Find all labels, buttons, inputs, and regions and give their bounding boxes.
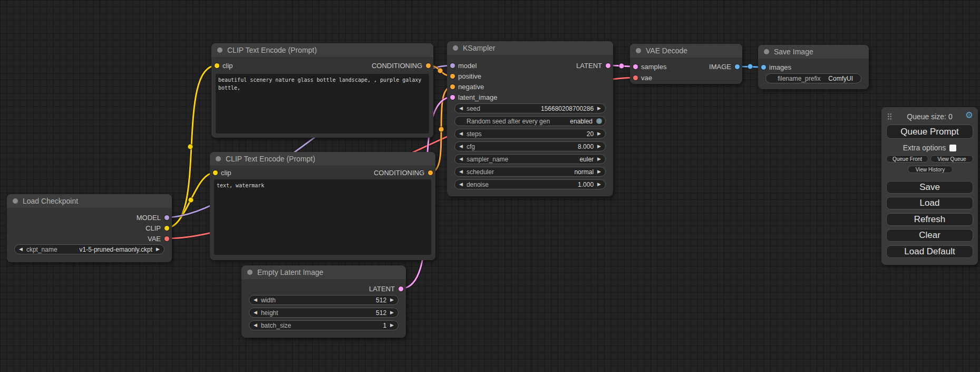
decrement-arrow-icon[interactable]: ◀ xyxy=(459,169,463,174)
input-label-model: model xyxy=(458,62,477,70)
increment-arrow-icon[interactable]: ▶ xyxy=(597,106,601,111)
widget-value: 20 xyxy=(587,130,594,138)
widget-width[interactable]: ◀ width 512 ▶ xyxy=(249,295,399,305)
widget-scheduler[interactable]: ◀ scheduler normal ▶ xyxy=(454,167,606,177)
collapse-dot-icon[interactable] xyxy=(216,156,221,161)
input-slot-clip[interactable] xyxy=(215,63,219,68)
collapse-dot-icon[interactable] xyxy=(453,45,458,51)
node-clip-text-encode-positive[interactable]: CLIP Text Encode (Prompt) clip CONDITION… xyxy=(211,43,433,138)
collapse-dot-icon[interactable] xyxy=(247,270,253,275)
collapse-dot-icon[interactable] xyxy=(764,49,769,54)
widget-label: batch_size xyxy=(261,322,291,329)
node-title-bar[interactable]: VAE Decode xyxy=(630,44,742,58)
widget-sampler-name[interactable]: ◀ sampler_name euler ▶ xyxy=(454,154,606,164)
increment-arrow-icon[interactable]: ▶ xyxy=(156,247,160,252)
link-dot-image xyxy=(748,64,753,69)
decrement-arrow-icon[interactable]: ◀ xyxy=(254,298,257,302)
refresh-button[interactable]: Refresh xyxy=(886,213,973,226)
input-slot-negative[interactable] xyxy=(450,84,455,89)
input-label-latent-image: latent_image xyxy=(458,93,497,101)
widget-random-seed[interactable]: Random seed after every gen enabled xyxy=(454,116,606,126)
widget-label: Random seed after every gen xyxy=(467,118,550,125)
prompt-textarea[interactable]: beautiful scenery nature glass bottle la… xyxy=(216,74,429,133)
output-label-clip: CLIP xyxy=(145,224,161,232)
decrement-arrow-icon[interactable]: ◀ xyxy=(459,144,463,149)
decrement-arrow-icon[interactable]: ◀ xyxy=(459,182,463,187)
widget-height[interactable]: ◀ height 512 ▶ xyxy=(249,308,399,318)
widget-seed[interactable]: ◀ seed 156680208700286 ▶ xyxy=(454,103,606,113)
increment-arrow-icon[interactable]: ▶ xyxy=(597,157,601,161)
decrement-arrow-icon[interactable]: ◀ xyxy=(459,131,463,136)
extra-options-checkbox[interactable] xyxy=(949,145,956,151)
view-history-button[interactable]: View History xyxy=(908,166,953,173)
node-empty-latent-image[interactable]: Empty Latent Image LATENT ◀ width 512 ▶ … xyxy=(241,265,406,338)
increment-arrow-icon[interactable]: ▶ xyxy=(390,323,394,328)
node-save-image[interactable]: Save Image images filename_prefix ComfyU… xyxy=(758,45,869,89)
clear-button[interactable]: Clear xyxy=(886,229,973,242)
output-label-conditioning: CONDITIONING xyxy=(372,62,422,70)
increment-arrow-icon[interactable]: ▶ xyxy=(597,144,601,149)
collapse-dot-icon[interactable] xyxy=(636,48,641,53)
increment-arrow-icon[interactable]: ▶ xyxy=(390,298,394,302)
link-dot-clip-1 xyxy=(188,144,193,149)
widget-label: height xyxy=(261,309,278,317)
widget-batch-size[interactable]: ◀ batch_size 1 ▶ xyxy=(249,320,399,330)
decrement-arrow-icon[interactable]: ◀ xyxy=(254,310,257,315)
queue-prompt-button[interactable]: Queue Prompt xyxy=(886,125,973,139)
collapse-dot-icon[interactable] xyxy=(217,47,222,53)
node-title-bar[interactable]: CLIP Text Encode (Prompt) xyxy=(210,152,435,166)
node-ksampler[interactable]: KSampler model LATENT positive negative … xyxy=(447,41,613,196)
node-title-bar[interactable]: Save Image xyxy=(758,45,869,59)
output-slot-latent[interactable] xyxy=(606,63,610,68)
save-button[interactable]: Save xyxy=(886,181,973,194)
output-slot-clip[interactable] xyxy=(164,226,169,231)
widget-value: 156680208700286 xyxy=(541,105,594,112)
increment-arrow-icon[interactable]: ▶ xyxy=(597,182,601,187)
node-graph-canvas[interactable]: Load Checkpoint MODEL CLIP VAE ◀ ckpt_na… xyxy=(0,0,980,372)
output-slot-conditioning[interactable] xyxy=(428,170,433,175)
decrement-arrow-icon[interactable]: ◀ xyxy=(459,106,463,111)
input-slot-model[interactable] xyxy=(450,63,455,68)
widget-cfg[interactable]: ◀ cfg 8.000 ▶ xyxy=(454,141,606,151)
view-queue-button[interactable]: View Queue xyxy=(930,155,973,163)
output-slot-latent[interactable] xyxy=(399,287,403,291)
decrement-arrow-icon[interactable]: ◀ xyxy=(254,323,257,328)
increment-arrow-icon[interactable]: ▶ xyxy=(390,310,394,315)
output-slot-model[interactable] xyxy=(164,215,169,220)
settings-gear-icon[interactable]: ⚙ xyxy=(965,110,973,121)
output-slot-vae[interactable] xyxy=(164,236,169,241)
collapse-dot-icon[interactable] xyxy=(13,198,18,204)
widget-filename-prefix[interactable]: filename_prefix ComfyUI xyxy=(765,73,861,83)
decrement-arrow-icon[interactable]: ◀ xyxy=(19,247,23,252)
load-default-button[interactable]: Load Default xyxy=(886,245,973,258)
widget-denoise[interactable]: ◀ denoise 1.000 ▶ xyxy=(454,179,606,189)
output-label-image: IMAGE xyxy=(709,63,731,71)
input-slot-samples[interactable] xyxy=(633,64,638,69)
input-slot-clip[interactable] xyxy=(213,170,218,175)
node-title-bar[interactable]: KSampler xyxy=(447,41,613,55)
input-slot-positive[interactable] xyxy=(450,74,455,79)
output-slot-image[interactable] xyxy=(735,64,740,69)
queue-front-button[interactable]: Queue Front xyxy=(886,155,928,163)
node-clip-text-encode-negative[interactable]: CLIP Text Encode (Prompt) clip CONDITION… xyxy=(210,152,435,260)
increment-arrow-icon[interactable]: ▶ xyxy=(597,169,601,174)
widget-steps[interactable]: ◀ steps 20 ▶ xyxy=(454,129,606,139)
queue-panel: Queue size: 0 ⚙ Queue Prompt Extra optio… xyxy=(881,107,978,265)
node-title-bar[interactable]: Empty Latent Image xyxy=(241,265,406,279)
load-button[interactable]: Load xyxy=(886,197,973,209)
node-title-bar[interactable]: Load Checkpoint xyxy=(7,194,172,208)
input-slot-images[interactable] xyxy=(761,65,766,70)
widget-ckpt-name[interactable]: ◀ ckpt_name v1-5-pruned-emaonly.ckpt ▶ xyxy=(14,244,164,254)
output-slot-conditioning[interactable] xyxy=(426,63,431,68)
widget-label: denoise xyxy=(467,181,489,188)
prompt-textarea[interactable]: text, watermark xyxy=(214,179,431,255)
input-slot-vae[interactable] xyxy=(633,75,638,80)
random-seed-toggle[interactable] xyxy=(596,118,602,124)
input-slot-latent-image[interactable] xyxy=(450,95,455,100)
decrement-arrow-icon[interactable]: ◀ xyxy=(459,157,463,161)
node-vae-decode[interactable]: VAE Decode samples IMAGE vae xyxy=(630,44,742,84)
increment-arrow-icon[interactable]: ▶ xyxy=(597,131,601,136)
node-title-bar[interactable]: CLIP Text Encode (Prompt) xyxy=(211,43,433,57)
queue-size-label: Queue size: 0 xyxy=(881,111,978,122)
node-load-checkpoint[interactable]: Load Checkpoint MODEL CLIP VAE ◀ ckpt_na… xyxy=(7,194,172,262)
